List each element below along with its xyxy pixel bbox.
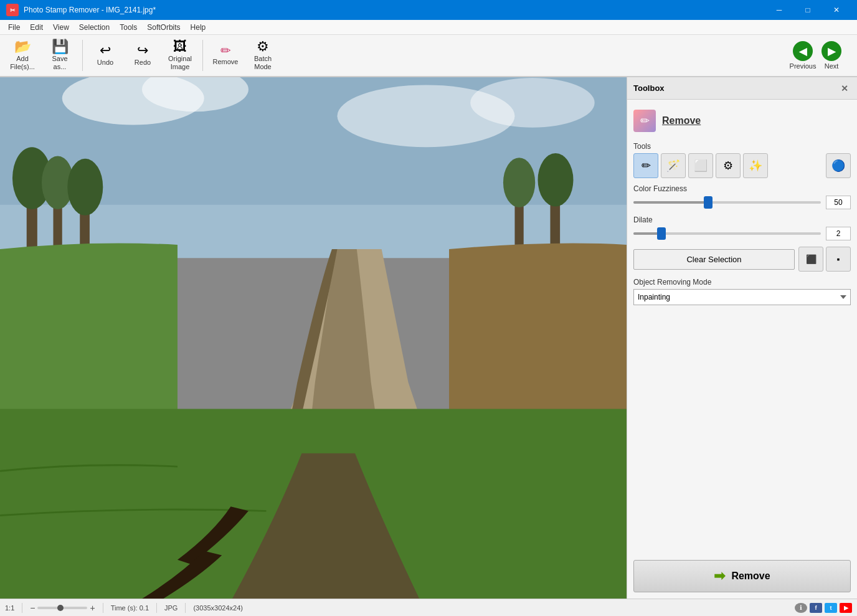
color-fuzziness-label: Color Fuzziness [633, 184, 851, 193]
menu-selection[interactable]: Selection [74, 22, 115, 33]
toolbar: 📂 AddFile(s)... 💾 Saveas... ↩ Undo ↪ Red… [0, 35, 857, 77]
main-area: Toolbox ✕ ✏ Remove Tools ✏ 🪄 ⬜ ⚙ ✨ 🔵 [0, 77, 857, 599]
dilate-thumb[interactable] [657, 227, 666, 240]
toolbox-close-button[interactable]: ✕ [838, 82, 851, 95]
color-fuzziness-thumb[interactable] [704, 196, 713, 209]
zoom-in-button[interactable]: + [90, 603, 95, 613]
remove-action-icon: ➡ [714, 568, 725, 584]
stamp-tool-button[interactable]: 🔵 [826, 153, 851, 178]
statusbar-sep-4 [185, 603, 186, 613]
spacer [633, 311, 851, 554]
batch-mode-button[interactable]: ⚙ BatchMode [245, 37, 280, 73]
save-icon: 💾 [52, 40, 69, 54]
add-files-label: AddFile(s)... [10, 55, 35, 71]
redo-label: Redo [135, 59, 151, 67]
next-button[interactable]: ▶ Next [818, 27, 845, 83]
statusbar-sep-2 [103, 603, 103, 613]
undo-button[interactable]: ↩ Undo [88, 37, 123, 73]
dilate-slider-row: 2 [633, 227, 851, 240]
dilate-section: Dilate 2 [633, 216, 851, 240]
toolbar-separator-2 [202, 40, 203, 71]
statusbar-sep-1 [22, 603, 22, 613]
auto-select-tool-button[interactable]: ⚙ [716, 153, 741, 178]
dilate-value[interactable]: 2 [826, 227, 851, 240]
svg-point-13 [503, 158, 535, 207]
window-controls: ─ □ ✕ [765, 0, 851, 20]
info-button[interactable]: ℹ [795, 603, 807, 613]
image-canvas [0, 77, 627, 599]
navigation-buttons: ◀ Previous ▶ Next [790, 27, 845, 83]
color-fuzziness-value[interactable]: 50 [826, 196, 851, 209]
time-label: Time (s): 0.1 [111, 604, 149, 612]
menu-help[interactable]: Help [186, 22, 211, 33]
add-files-button[interactable]: 📂 AddFile(s)... [5, 37, 40, 73]
menu-view[interactable]: View [48, 22, 74, 33]
toolbox-header: Toolbox ✕ [627, 77, 857, 100]
remove-icon: ✏ [220, 44, 231, 57]
undo-label: Undo [97, 59, 113, 67]
color-fuzziness-section: Color Fuzziness 50 [633, 184, 851, 209]
previous-label: Previous [790, 62, 817, 70]
remove-action-label: Remove [731, 571, 770, 582]
toolbar-separator-1 [82, 40, 83, 71]
image-dimensions: (3035x3024x24) [193, 604, 243, 612]
app-icon: ✂ [6, 4, 19, 16]
canvas-area[interactable] [0, 77, 627, 599]
save-as-label: Saveas... [52, 55, 67, 71]
remove-section-title: Remove [662, 115, 701, 126]
previous-icon: ◀ [793, 41, 813, 61]
object-removing-mode-select[interactable]: Inpainting Smart Fill Texture Fill [633, 289, 851, 305]
zoom-ratio: 1:1 [5, 604, 14, 612]
close-button[interactable]: ✕ [822, 0, 851, 20]
previous-button[interactable]: ◀ Previous [790, 27, 816, 83]
zoom-out-button[interactable]: − [30, 603, 35, 613]
svg-point-11 [67, 159, 103, 216]
menu-edit[interactable]: Edit [25, 22, 48, 33]
menu-file[interactable]: File [3, 22, 25, 33]
color-fuzziness-track [633, 201, 821, 204]
youtube-button[interactable]: ▶ [840, 603, 852, 613]
toolbox-content: ✏ Remove Tools ✏ 🪄 ⬜ ⚙ ✨ 🔵 Color Fuzzine… [627, 100, 857, 599]
maximize-button[interactable]: □ [793, 0, 822, 20]
menu-softorbits[interactable]: SoftOrbits [142, 22, 185, 33]
redo-button[interactable]: ↪ Redo [125, 37, 160, 73]
file-format: JPG [164, 604, 178, 612]
remove-label: Remove [213, 58, 239, 66]
remove-tool-icon: ✏ [633, 110, 656, 132]
batch-mode-label: BatchMode [254, 55, 272, 71]
zoom-slider[interactable] [37, 607, 87, 609]
pencil-tool-button[interactable]: ✏ [633, 153, 658, 178]
toolbox-title: Toolbox [633, 83, 665, 93]
dilate-label: Dilate [633, 216, 851, 224]
tools-label: Tools [633, 142, 851, 151]
original-image-icon: 🖼 [173, 40, 187, 54]
svg-point-15 [538, 153, 574, 206]
save-as-button[interactable]: 💾 Saveas... [42, 37, 77, 73]
toolbox-panel: Toolbox ✕ ✏ Remove Tools ✏ 🪄 ⬜ ⚙ ✨ 🔵 [627, 77, 857, 599]
original-image-button[interactable]: 🖼 OriginalImage [163, 37, 197, 73]
facebook-button[interactable]: f [810, 603, 822, 613]
remove-button[interactable]: ✏ Remove [208, 37, 243, 73]
twitter-button[interactable]: t [825, 603, 837, 613]
rectangle-select-tool-button[interactable]: ⬜ [688, 153, 713, 178]
next-icon: ▶ [821, 41, 841, 61]
svg-point-5 [470, 78, 594, 128]
wand-plus-tool-button[interactable]: ✨ [743, 153, 768, 178]
dilate-track [633, 232, 821, 235]
menubar: File Edit View Selection Tools SoftOrbit… [0, 20, 857, 35]
clear-selection-button[interactable]: Clear Selection [633, 249, 795, 270]
remove-action-button[interactable]: ➡ Remove [633, 560, 851, 592]
menu-tools[interactable]: Tools [115, 22, 142, 33]
deselect-button[interactable]: ▪ [826, 247, 851, 272]
statusbar-sep-3 [156, 603, 157, 613]
select-all-button[interactable]: ⬛ [798, 247, 823, 272]
undo-icon: ↩ [100, 44, 111, 57]
magic-wand-tool-button[interactable]: 🪄 [661, 153, 686, 178]
remove-header: ✏ Remove [633, 106, 851, 136]
zoom-thumb[interactable] [57, 605, 64, 611]
minimize-button[interactable]: ─ [765, 0, 793, 20]
selection-icons: ⬛ ▪ [798, 247, 851, 272]
selection-buttons-row: Clear Selection ⬛ ▪ [633, 247, 851, 272]
color-fuzziness-slider-row: 50 [633, 196, 851, 209]
object-removing-mode-label: Object Removing Mode [633, 278, 851, 287]
